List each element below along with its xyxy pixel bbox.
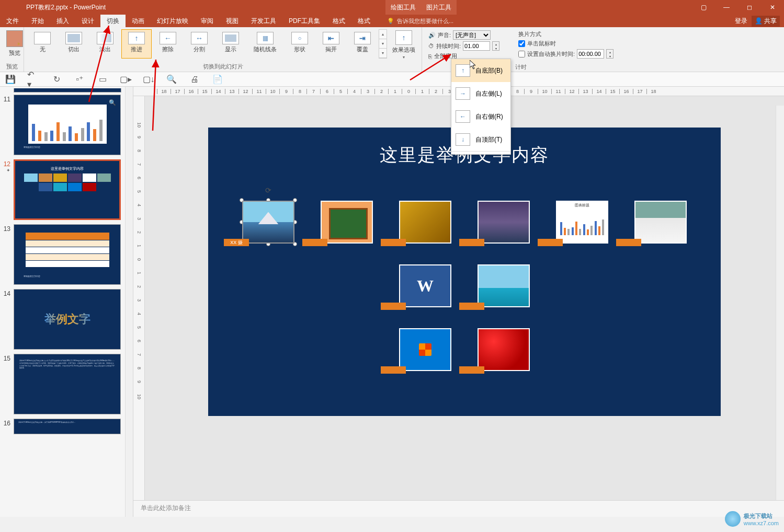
- from-beginning-icon[interactable]: ▢▸: [119, 74, 132, 85]
- ribbon-options-icon[interactable]: ▢: [692, 0, 715, 15]
- slide-15-preview[interactable]: 深圳市于1980年设立经济特区以来,人口从不足3万迅速增长到目前的300多万,1…: [14, 354, 121, 414]
- duration-spinner[interactable]: ▴▾: [492, 41, 499, 51]
- thumbnail-13[interactable]: 13 举例图表文字内容: [0, 222, 133, 287]
- image-beach[interactable]: [478, 264, 530, 307]
- chart-mini: [28, 105, 107, 144]
- thumbnail-16[interactable]: 16 深圳市于1980年设立经济特区以来… 关于深圳POWERPOINT的最初的…: [0, 417, 133, 436]
- image-label-2[interactable]: [302, 239, 327, 246]
- transition-cover[interactable]: ⇥覆盖: [347, 29, 378, 59]
- cut-icon: [65, 32, 82, 44]
- thumbnail-scrollbar[interactable]: [125, 87, 133, 517]
- slide-13-preview[interactable]: 举例图表文字内容: [14, 224, 121, 285]
- image-leaves-chalkboard[interactable]: [321, 201, 373, 244]
- tab-review[interactable]: 审阅: [195, 15, 220, 27]
- maximize-icon[interactable]: ◻: [738, 0, 761, 15]
- thumbnail-15[interactable]: 15 深圳市于1980年设立经济特区以来,人口从不足3万迅速增长到目前的300多…: [0, 352, 133, 417]
- thumbnail-panel[interactable]: 11 🔍 举例图表文字内容 12 ✦ 这里是举例文字内容: [0, 87, 133, 517]
- sound-label: 声音:: [438, 31, 451, 39]
- undo-icon[interactable]: ↶ ▾: [27, 74, 40, 85]
- after-spinner[interactable]: ▴▾: [606, 49, 613, 59]
- tell-me-search[interactable]: 💡 告诉我您想要做什么...: [387, 17, 453, 25]
- transition-uncover[interactable]: ⇤揭开: [316, 29, 346, 59]
- rotate-handle-icon[interactable]: ⟳: [265, 186, 271, 194]
- window-controls: ▢ — ◻ ✕: [692, 0, 784, 15]
- slide-16-preview[interactable]: 深圳市于1980年设立经济特区以来… 关于深圳POWERPOINT的最初的发展历…: [14, 419, 121, 434]
- effect-from-top[interactable]: ↓ 自顶部(T): [451, 128, 510, 151]
- tab-format-picture[interactable]: 格式: [351, 15, 377, 27]
- image-doctor[interactable]: [634, 201, 687, 244]
- preview-button[interactable]: 预览: [2, 28, 27, 59]
- file-icon[interactable]: 📄: [211, 74, 224, 85]
- tab-slideshow[interactable]: 幻灯片放映: [151, 15, 195, 27]
- image-fuji[interactable]: ⟳ XX 摄: [242, 201, 294, 244]
- image-leaf[interactable]: [399, 201, 451, 244]
- tab-developer[interactable]: 开发工具: [245, 15, 282, 27]
- image-label-9[interactable]: [381, 366, 406, 374]
- tab-home[interactable]: 开始: [25, 15, 50, 27]
- after-label: 设置自动换片时间:: [527, 50, 575, 58]
- tab-insert[interactable]: 插入: [50, 15, 75, 27]
- gallery-up-icon[interactable]: ▴: [379, 30, 387, 39]
- print-icon[interactable]: 🖨: [188, 74, 201, 85]
- transition-shape[interactable]: ○形状: [285, 29, 315, 59]
- canvas-scroll[interactable]: 这里是举例文字内容 ⟳: [145, 96, 784, 500]
- share-button[interactable]: 👤 共享: [752, 16, 780, 27]
- transition-none-label: 无: [40, 45, 46, 53]
- image-label-5[interactable]: [538, 239, 563, 246]
- gallery-more-icon[interactable]: ▾: [379, 49, 387, 58]
- effect-from-right[interactable]: ← 自右侧(R): [451, 105, 510, 128]
- save-icon[interactable]: 💾: [4, 74, 17, 85]
- vertical-scrollbar[interactable]: [776, 106, 784, 500]
- transition-none[interactable]: 无: [27, 29, 58, 59]
- tab-animations[interactable]: 动画: [126, 15, 151, 27]
- tab-pdf[interactable]: PDF工具集: [282, 15, 326, 27]
- image-word-content: [399, 264, 451, 307]
- slide-canvas[interactable]: 这里是举例文字内容 ⟳: [208, 128, 721, 416]
- transition-wipe[interactable]: ←擦除: [153, 29, 183, 59]
- image-label-4[interactable]: [459, 239, 484, 246]
- image-label-6[interactable]: [616, 239, 641, 246]
- transition-reveal[interactable]: 显示: [215, 29, 246, 59]
- slide-12-preview[interactable]: 这里是举例文字内容: [14, 159, 121, 220]
- picture-tools-tab[interactable]: 图片工具: [421, 0, 457, 15]
- redo-icon[interactable]: ↻: [50, 74, 63, 85]
- image-office[interactable]: [399, 328, 451, 371]
- on-click-checkbox[interactable]: [518, 40, 525, 47]
- image-label-3[interactable]: [381, 239, 406, 246]
- effect-from-bottom[interactable]: ↑ 自底部(B): [451, 59, 510, 82]
- sound-select[interactable]: [无声音]: [453, 30, 491, 40]
- tab-view[interactable]: 视图: [220, 15, 245, 27]
- notes-pane[interactable]: 单击此处添加备注: [133, 500, 784, 517]
- tell-me-placeholder: 告诉我您想要做什么...: [397, 17, 453, 25]
- tab-file[interactable]: 文件: [0, 15, 25, 27]
- gallery-scrollbar[interactable]: ▴▾▾: [379, 29, 387, 59]
- ribbon-content: 预览 预览 无 切出 淡出 ↑推进 ←擦除 ↔分割 显示 |||||随机线条 ○…: [0, 27, 784, 72]
- image-word[interactable]: [399, 264, 451, 307]
- drawing-tools-tab[interactable]: 绘图工具: [385, 0, 421, 15]
- transition-random-bars[interactable]: |||||随机线条: [247, 29, 283, 59]
- image-chart[interactable]: 图表标题: [556, 201, 608, 244]
- slide-14-preview[interactable]: 举例文字: [14, 289, 121, 350]
- thumbnail-12[interactable]: 12 ✦ 这里是举例文字内容: [0, 157, 133, 222]
- effect-from-left[interactable]: → 自左侧(L): [451, 82, 510, 105]
- minimize-icon[interactable]: —: [715, 0, 738, 15]
- image-city[interactable]: [478, 201, 530, 244]
- login-link[interactable]: 登录: [735, 17, 747, 26]
- watermark-url: www.xz7.com: [744, 520, 779, 526]
- image-red-fabric[interactable]: [478, 328, 530, 371]
- image-label-7[interactable]: [381, 303, 406, 310]
- cover-icon: ⇥: [354, 32, 371, 44]
- thumbnail-14[interactable]: 14 举例文字: [0, 287, 133, 352]
- image-label-10[interactable]: [459, 366, 484, 374]
- preview-group-label: 预览: [2, 62, 21, 72]
- image-label-8[interactable]: [459, 303, 484, 310]
- transition-push[interactable]: ↑推进: [121, 29, 152, 59]
- close-icon[interactable]: ✕: [761, 0, 784, 15]
- after-checkbox[interactable]: [518, 51, 525, 57]
- transition-split[interactable]: ↔分割: [184, 29, 214, 59]
- duration-input[interactable]: [463, 41, 490, 51]
- after-input[interactable]: [577, 49, 604, 59]
- gallery-down-icon[interactable]: ▾: [379, 39, 387, 49]
- tab-format-drawing[interactable]: 格式: [326, 15, 351, 27]
- image-fuji-label[interactable]: XX 摄: [224, 239, 249, 246]
